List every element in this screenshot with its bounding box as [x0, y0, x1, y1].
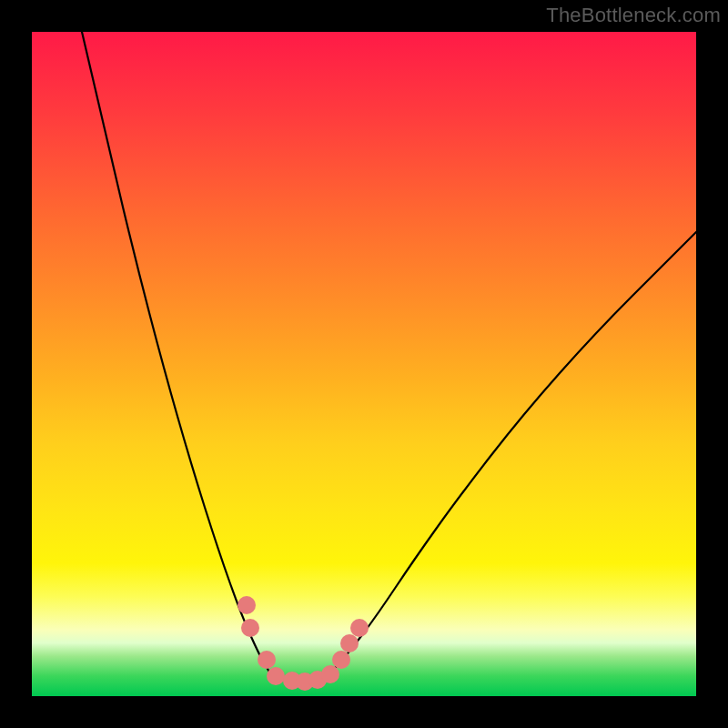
- marker-point: [321, 665, 339, 683]
- marker-point: [332, 651, 350, 669]
- marker-point: [258, 651, 276, 669]
- marker-point: [267, 667, 285, 685]
- marker-point: [340, 634, 359, 652]
- chart-frame: TheBottleneck.com: [0, 0, 728, 728]
- curve-path: [82, 32, 696, 682]
- curve-group: [82, 32, 696, 682]
- marker-point: [241, 619, 259, 637]
- watermark-text: TheBottleneck.com: [546, 4, 721, 27]
- marker-point: [350, 619, 369, 637]
- marker-group: [238, 596, 369, 691]
- marker-point: [238, 596, 256, 614]
- bottleneck-chart: [32, 32, 696, 696]
